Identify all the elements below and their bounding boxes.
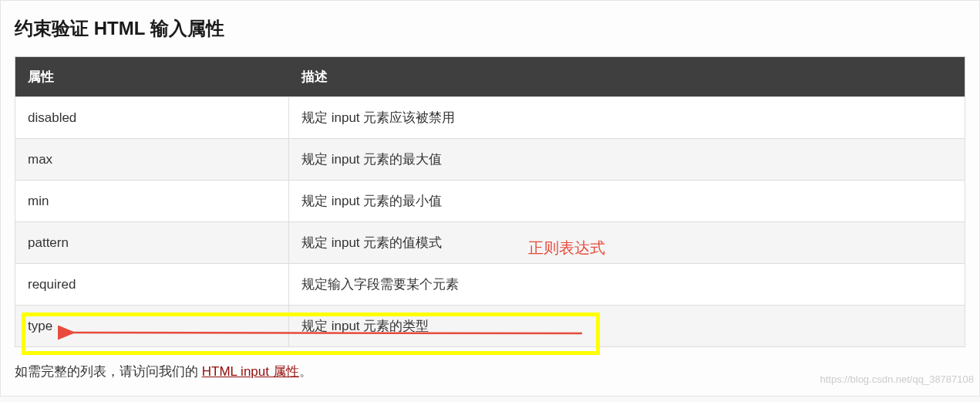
cell-attr: required xyxy=(15,264,289,306)
cell-attr: pattern xyxy=(15,222,289,264)
watermark: https://blog.csdn.net/qq_38787108 xyxy=(820,373,975,385)
cell-desc: 规定输入字段需要某个元素 xyxy=(289,264,965,306)
cell-desc: 规定 input 元素的值模式 xyxy=(289,222,965,264)
cell-desc: 规定 input 元素的最小值 xyxy=(289,181,965,222)
table-row: min 规定 input 元素的最小值 xyxy=(15,181,965,222)
cell-attr: max xyxy=(15,139,289,181)
table-header-attr: 属性 xyxy=(15,57,289,97)
cell-attr: min xyxy=(15,181,289,222)
cell-desc: 规定 input 元素的最大值 xyxy=(289,139,965,181)
table-row: type 规定 input 元素的类型 xyxy=(15,306,965,347)
table-row: disabled 规定 input 元素应该被禁用 xyxy=(15,97,965,139)
cell-desc: 规定 input 元素应该被禁用 xyxy=(289,97,965,139)
page-heading: 约束验证 HTML 输入属性 xyxy=(15,16,965,41)
attributes-table: 属性 描述 disabled 规定 input 元素应该被禁用 max 规定 i… xyxy=(15,56,965,347)
annotation-regex: 正则表达式 xyxy=(528,238,605,258)
document-container: 约束验证 HTML 输入属性 属性 描述 disabled 规定 input 元… xyxy=(0,0,980,397)
table-header-desc: 描述 xyxy=(289,57,965,97)
table-row: required 规定输入字段需要某个元素 xyxy=(15,264,965,306)
footer-prefix: 如需完整的列表，请访问我们的 xyxy=(15,364,202,379)
cell-attr: type xyxy=(15,306,289,347)
table-row: max 规定 input 元素的最大值 xyxy=(15,139,965,181)
footer-suffix: 。 xyxy=(299,364,312,379)
cell-attr: disabled xyxy=(15,97,289,139)
cell-desc: 规定 input 元素的类型 xyxy=(289,306,965,347)
table-row: pattern 规定 input 元素的值模式 xyxy=(15,222,965,264)
footer-link[interactable]: HTML input 属性 xyxy=(202,364,299,379)
